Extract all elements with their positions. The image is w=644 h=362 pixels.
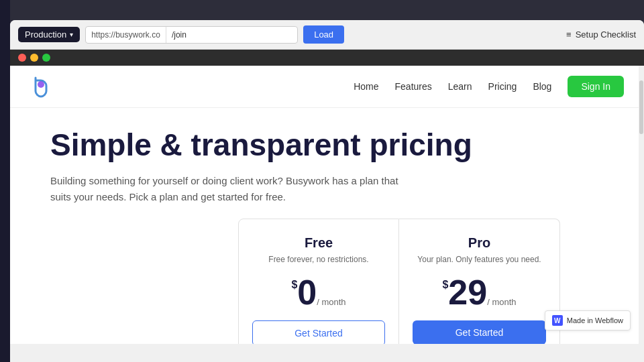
- checklist-icon: ≡: [566, 29, 572, 40]
- webflow-label: Made in Webflow: [567, 316, 623, 324]
- pro-price-dollar: $: [442, 279, 448, 291]
- free-price-row: $ 0 / month: [252, 275, 385, 310]
- nav-link-learn[interactable]: Learn: [448, 81, 472, 92]
- environment-label: Production: [25, 29, 66, 40]
- load-button[interactable]: Load: [303, 25, 344, 44]
- main-content: Simple & transparent pricing Building so…: [10, 108, 644, 344]
- close-icon[interactable]: [18, 54, 26, 62]
- site-nav: Home Features Learn Pricing Blog Sign In: [10, 66, 644, 108]
- free-card-subtitle: Free forever, no restrictions.: [252, 255, 385, 264]
- pro-card-title: Pro: [413, 235, 546, 251]
- environment-selector[interactable]: Production ▾: [18, 27, 80, 42]
- top-bar: [10, 0, 644, 20]
- webflow-icon: W: [552, 315, 563, 326]
- pricing-card-free: Free Free forever, no restrictions. $ 0 …: [238, 219, 399, 344]
- pricing-headline: Simple & transparent pricing: [50, 128, 604, 162]
- scrollbar[interactable]: [639, 66, 644, 344]
- nav-link-home[interactable]: Home: [354, 81, 378, 92]
- checklist-label: Setup Checklist: [576, 29, 636, 40]
- nav-item-blog[interactable]: Blog: [533, 80, 551, 93]
- url-base: https://busywork.co: [86, 27, 166, 43]
- browser-toolbar: Production ▾ https://busywork.co /join L…: [10, 20, 644, 50]
- url-bar[interactable]: https://busywork.co /join: [85, 26, 298, 44]
- svg-point-0: [38, 81, 44, 88]
- free-price-dollar: $: [291, 279, 297, 291]
- pro-price-period: / month: [487, 297, 516, 307]
- free-price-amount: 0: [297, 275, 317, 310]
- site-logo[interactable]: [30, 74, 52, 99]
- setup-checklist-button[interactable]: ≡ Setup Checklist: [566, 29, 636, 40]
- scrollbar-thumb[interactable]: [639, 80, 643, 134]
- browser-window: Production ▾ https://busywork.co /join L…: [10, 20, 644, 362]
- nav-links: Home Features Learn Pricing Blog Sign In: [354, 80, 624, 93]
- pro-price-row: $ 29 / month: [413, 275, 546, 310]
- pro-get-started-button[interactable]: Get Started: [413, 320, 546, 344]
- maximize-icon[interactable]: [42, 54, 50, 62]
- webflow-badge[interactable]: W Made in Webflow: [545, 310, 631, 330]
- left-sidebar: [0, 0, 10, 362]
- minimize-icon[interactable]: [30, 54, 38, 62]
- nav-item-home[interactable]: Home: [354, 80, 378, 93]
- free-get-started-button[interactable]: Get Started: [252, 320, 385, 344]
- free-card-title: Free: [252, 235, 385, 251]
- nav-link-pricing[interactable]: Pricing: [488, 81, 517, 92]
- pro-price-amount: 29: [448, 275, 487, 310]
- nav-item-pricing[interactable]: Pricing: [488, 80, 517, 93]
- traffic-lights-bar: [10, 50, 644, 66]
- chevron-down-icon: ▾: [70, 31, 73, 38]
- url-path: /join: [166, 27, 297, 43]
- nav-item-signin[interactable]: Sign In: [568, 80, 624, 93]
- nav-item-features[interactable]: Features: [395, 80, 432, 93]
- signin-button[interactable]: Sign In: [568, 76, 624, 97]
- pricing-card-pro: Pro Your plan. Only features you need. $…: [399, 219, 560, 344]
- nav-item-learn[interactable]: Learn: [448, 80, 472, 93]
- nav-link-blog[interactable]: Blog: [533, 81, 551, 92]
- free-price-period: / month: [317, 297, 345, 307]
- nav-link-features[interactable]: Features: [395, 81, 432, 92]
- website-viewport: Home Features Learn Pricing Blog Sign In…: [10, 66, 644, 344]
- pricing-subtext: Building something for yourself or doing…: [50, 173, 413, 205]
- pro-card-subtitle: Your plan. Only features you need.: [413, 255, 546, 264]
